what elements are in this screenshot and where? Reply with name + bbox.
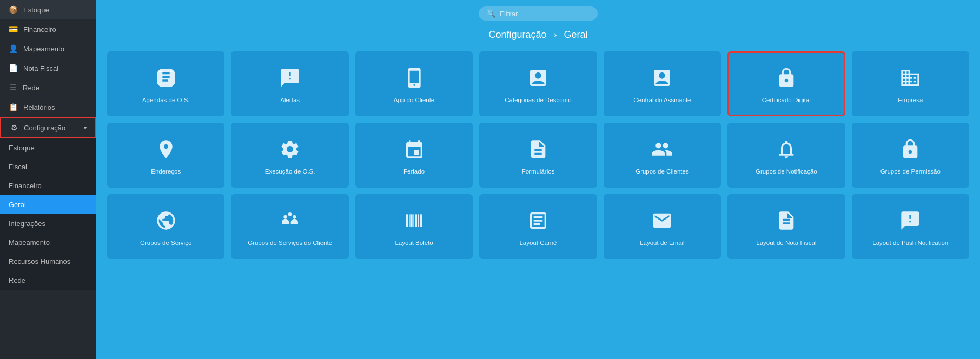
sidebar-item-nota-fiscal[interactable]: 📄Nota Fiscal (0, 58, 96, 78)
card-label-enderecos: Endereços (151, 168, 181, 176)
card-label-formularios: Formulários (522, 168, 555, 176)
search-icon: 🔍 (486, 9, 495, 18)
card-agendas-os[interactable]: Agendas de O.S. (107, 51, 224, 116)
card-icon-formularios (527, 138, 549, 168)
sidebar: 📦Estoque💳Financeiro👤Mapeamento📄Nota Fisc… (0, 0, 96, 359)
svg-rect-1 (169, 70, 173, 72)
card-categorias-desconto[interactable]: Categorias de Desconto (479, 51, 597, 116)
card-grupos-permissao[interactable]: Grupos de Permissão (852, 123, 969, 188)
card-icon-agendas-os (155, 67, 177, 96)
card-layout-carne[interactable]: Layout Carnê (479, 194, 597, 259)
sidebar-label-rede-sub: Rede (9, 276, 25, 284)
svg-rect-5 (406, 214, 408, 227)
card-icon-alertas (279, 67, 301, 96)
card-app-cliente[interactable]: App do Cliente (355, 51, 473, 116)
svg-point-3 (288, 212, 292, 216)
sidebar-icon-relatorios: 📋 (9, 103, 18, 111)
chevron-down-icon: ▾ (84, 125, 87, 131)
sidebar-label-recursos-sub: Recursos Humanos (9, 257, 70, 265)
sidebar-item-geral-sub[interactable]: Geral (0, 195, 96, 214)
card-empresa[interactable]: Empresa (852, 51, 969, 116)
card-grupos-notificacao[interactable]: Grupos de Notificação (727, 123, 845, 188)
card-icon-layout-boleto (403, 210, 425, 239)
sidebar-item-relatorios[interactable]: 📋Relatórios (0, 97, 96, 117)
card-icon-layout-push (899, 210, 921, 239)
card-label-categorias-desconto: Categorias de Desconto (505, 96, 571, 104)
card-icon-grupos-servico (155, 210, 177, 239)
topbar: 🔍 (96, 0, 980, 27)
card-enderecos[interactable]: Endereços (107, 123, 224, 188)
card-certificado-digital[interactable]: Certificado Digital (727, 51, 845, 116)
card-icon-grupos-servicos-cliente (279, 210, 301, 239)
card-label-layout-email: Layout de Email (640, 239, 684, 247)
card-label-grupos-servicos-cliente: Grupos de Serviços do Cliente (248, 239, 332, 247)
sidebar-item-rede[interactable]: ☰Rede (0, 78, 96, 97)
grid-container: Agendas de O.S.AlertasApp do ClienteCate… (96, 51, 980, 359)
card-layout-email[interactable]: Layout de Email (604, 194, 721, 259)
sidebar-label-relatorios: Relatórios (23, 103, 55, 111)
sidebar-item-fiscal-sub[interactable]: Fiscal (0, 157, 96, 176)
card-icon-empresa (899, 67, 921, 96)
card-label-execucao-os: Execução de O.S. (265, 168, 315, 176)
card-layout-push[interactable]: Layout de Push Notification (852, 194, 969, 259)
svg-rect-10 (418, 214, 419, 227)
card-grupos-servicos-cliente[interactable]: Grupos de Serviços do Cliente (231, 194, 348, 259)
card-label-layout-boleto: Layout Boleto (395, 239, 433, 247)
sidebar-label-mapeamento: Mapeamento (23, 45, 64, 53)
card-label-alertas: Alertas (280, 96, 300, 104)
sidebar-item-recursos-sub[interactable]: Recursos Humanos (0, 252, 96, 271)
card-icon-central-assinante (651, 67, 673, 96)
card-icon-app-cliente (403, 67, 425, 96)
svg-point-4 (293, 215, 296, 219)
card-icon-grupos-clientes (651, 138, 673, 168)
sidebar-label-estoque-sub: Estoque (9, 144, 35, 152)
search-input[interactable] (500, 10, 586, 18)
sidebar-label-financeiro-sub: Financeiro (9, 182, 42, 190)
sidebar-label-integracoes-sub: Integrações (9, 220, 45, 228)
card-label-layout-nota-fiscal: Layout de Nota Fiscal (756, 239, 816, 247)
card-label-grupos-permissao: Grupos de Permissão (880, 168, 941, 176)
card-label-grupos-clientes: Grupos de Clientes (635, 168, 688, 176)
card-label-certificado-digital: Certificado Digital (762, 96, 811, 104)
card-grupos-servico[interactable]: Grupos de Serviço (107, 194, 224, 259)
search-box: 🔍 (479, 6, 598, 21)
card-feriado[interactable]: Feriado (355, 123, 473, 188)
main-content: 🔍 Configuração › Geral Agendas de O.S.Al… (96, 0, 980, 359)
sidebar-item-estoque-sub[interactable]: Estoque (0, 138, 96, 157)
card-icon-enderecos (155, 138, 177, 168)
sidebar-item-rede-sub[interactable]: Rede (0, 271, 96, 290)
card-layout-nota-fiscal[interactable]: Layout de Nota Fiscal (727, 194, 845, 259)
card-alertas[interactable]: Alertas (231, 51, 348, 116)
card-icon-grupos-permissao (899, 138, 921, 168)
svg-rect-8 (413, 214, 414, 227)
sidebar-item-financeiro[interactable]: 💳Financeiro (0, 19, 96, 39)
card-icon-categorias-desconto (527, 67, 549, 96)
card-label-feriado: Feriado (403, 168, 425, 176)
sidebar-label-estoque-top: Estoque (23, 6, 49, 14)
sidebar-label-geral-sub: Geral (9, 201, 26, 209)
sidebar-item-mapeamento[interactable]: 👤Mapeamento (0, 39, 96, 58)
sidebar-label-rede: Rede (23, 84, 39, 92)
card-icon-layout-email (651, 210, 673, 239)
sidebar-icon-mapeamento: 👤 (9, 44, 18, 53)
sidebar-item-mapeamento-sub[interactable]: Mapeamento (0, 233, 96, 252)
sidebar-label-fiscal-sub: Fiscal (9, 163, 27, 171)
card-execucao-os[interactable]: Execução de O.S. (231, 123, 348, 188)
card-icon-grupos-notificacao (776, 138, 797, 168)
card-icon-certificado-digital (776, 67, 797, 96)
sidebar-item-estoque-top[interactable]: 📦Estoque (0, 0, 96, 19)
sidebar-icon-estoque-top: 📦 (9, 5, 18, 14)
svg-rect-0 (158, 70, 162, 72)
svg-point-2 (283, 215, 287, 219)
sidebar-item-financeiro-sub[interactable]: Financeiro (0, 176, 96, 195)
card-layout-boleto[interactable]: Layout Boleto (355, 194, 473, 259)
svg-rect-9 (415, 214, 416, 227)
sidebar-icon-nota-fiscal: 📄 (9, 64, 18, 72)
card-label-central-assinante: Central do Assinante (633, 96, 691, 104)
card-grupos-clientes[interactable]: Grupos de Clientes (604, 123, 721, 188)
sidebar-item-integracoes-sub[interactable]: Integrações (0, 214, 96, 233)
card-central-assinante[interactable]: Central do Assinante (604, 51, 721, 116)
sidebar-label-configuracao: Configuração (24, 124, 65, 132)
card-formularios[interactable]: Formulários (479, 123, 597, 188)
sidebar-item-configuracao[interactable]: ⚙Configuração▾ (0, 117, 96, 138)
